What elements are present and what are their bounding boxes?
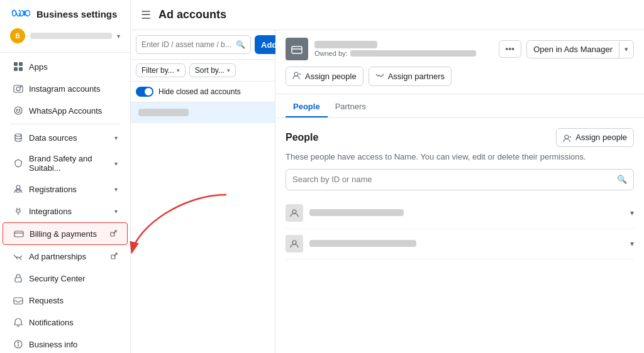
sidebar-item-security-center[interactable]: Security Center [3, 268, 128, 289]
sort-button[interactable]: Sort by... ▾ [189, 63, 236, 77]
sidebar-ad-partnerships-label: Ad partnerships [29, 252, 106, 261]
detail-tabs: People Partners [275, 97, 644, 118]
svg-rect-29 [292, 46, 302, 53]
menu-icon[interactable]: ☰ [141, 8, 151, 22]
list-items [131, 102, 275, 353]
tab-people[interactable]: People [286, 97, 328, 117]
sidebar-brand-safety-label: Brand Safety and Suitabi... [29, 154, 109, 173]
person-expand-icon-2[interactable]: ▾ [630, 239, 634, 248]
svg-point-8 [14, 107, 22, 114]
person-plus-icon-2 [563, 133, 572, 143]
chevron-icon-3: ▾ [114, 186, 118, 193]
page-title: Ad accounts [158, 8, 226, 21]
sidebar-security-label: Security Center [29, 274, 118, 283]
chevron-icon-4: ▾ [114, 208, 118, 215]
sidebar-item-ad-partnerships[interactable]: Ad partnerships [3, 246, 128, 267]
topbar: ☰ Ad accounts [131, 0, 644, 30]
detail-owned: Owned by: [314, 50, 476, 57]
sidebar-apps-label: Apps [29, 62, 118, 72]
open-ads-manager-caret-icon: ▾ [619, 41, 633, 57]
detail-header-top: Owned by: ••• Open in Ads Manager ▾ [286, 38, 634, 60]
detail-name [314, 41, 377, 48]
credit-card-icon [13, 228, 25, 239]
svg-point-9 [16, 109, 18, 111]
person-row-1: ▾ [286, 198, 634, 229]
section-assign-people-button[interactable]: Assign people [556, 128, 634, 147]
detail-info: Owned by: [314, 41, 476, 57]
svg-point-7 [20, 86, 21, 87]
sidebar-whatsapp-label: WhatsApp Accounts [29, 106, 118, 116]
svg-rect-1 [14, 62, 18, 66]
section-description: These people have access to Name. You ca… [286, 152, 634, 161]
people-search-icon: 🔍 [617, 175, 627, 184]
section-header: People Assign people [286, 128, 634, 147]
detail-content: People Assign people These people have a… [275, 118, 644, 353]
sidebar-nav: Apps Instagram accounts WhatsApp Account… [0, 53, 130, 353]
tab-partners[interactable]: Partners [328, 97, 374, 117]
person-name-2 [309, 240, 416, 247]
list-panel: 🔍 Add ▾ Filter by... ▾ Sort by... ▾ [131, 30, 275, 353]
person-badge-icon [13, 183, 24, 195]
svg-point-10 [19, 109, 20, 111]
filter-bar: Filter by... ▾ Sort by... ▾ [131, 60, 275, 82]
list-item[interactable] [131, 102, 275, 123]
sidebar-item-billing[interactable]: Billing & payments [3, 222, 128, 245]
external-link-icon-2 [111, 253, 118, 261]
list-toolbar: 🔍 Add ▾ [131, 30, 275, 60]
sidebar-item-notifications[interactable]: Notifications [3, 312, 128, 333]
open-ads-manager-button[interactable]: Open in Ads Manager ▾ [526, 40, 634, 58]
svg-rect-13 [16, 190, 20, 192]
account-switcher[interactable]: B ▾ [10, 24, 120, 47]
detail-actions: Assign people Assign partners [286, 67, 634, 86]
bell-icon [13, 317, 24, 328]
detail-panel: Owned by: ••• Open in Ads Manager ▾ [275, 30, 644, 353]
sidebar: Business settings B ▾ Apps Instagram acc… [0, 0, 131, 353]
svg-point-38 [292, 241, 296, 244]
filter-button[interactable]: Filter by... ▾ [136, 63, 186, 77]
detail-header: Owned by: ••• Open in Ads Manager ▾ [275, 30, 644, 94]
sidebar-item-apps[interactable]: Apps [3, 56, 128, 77]
assign-partners-button[interactable]: Assign partners [369, 67, 452, 86]
sidebar-item-instagram[interactable]: Instagram accounts [3, 78, 128, 99]
account-avatar: B [10, 28, 25, 43]
sidebar-registrations-label: Registrations [29, 185, 109, 194]
hide-closed-toggle[interactable] [136, 87, 153, 97]
assign-people-button[interactable]: Assign people [286, 67, 364, 86]
lock-icon [13, 273, 24, 284]
search-wrapper: 🔍 [136, 35, 251, 54]
person-avatar-2 [286, 235, 303, 253]
sidebar-item-registrations[interactable]: Registrations ▾ [3, 178, 128, 200]
detail-header-right: ••• Open in Ads Manager ▾ [499, 40, 634, 58]
svg-point-12 [16, 185, 20, 189]
section-title: People [286, 132, 318, 143]
svg-point-34 [565, 135, 569, 139]
person-row-2: ▾ [286, 229, 634, 259]
camera-icon [13, 83, 24, 94]
sidebar-item-integrations[interactable]: Integrations ▾ [3, 200, 128, 222]
sidebar-item-brand-safety[interactable]: Brand Safety and Suitabi... ▾ [3, 149, 128, 178]
info-icon [13, 339, 24, 350]
content-area: 🔍 Add ▾ Filter by... ▾ Sort by... ▾ [131, 30, 644, 353]
external-link-icon [110, 230, 117, 238]
database-icon [13, 132, 24, 143]
chevron-icon: ▾ [114, 134, 118, 141]
business-settings-title: Business settings [36, 9, 117, 19]
search-input[interactable] [142, 40, 236, 49]
person-expand-icon-1[interactable]: ▾ [630, 209, 634, 217]
sidebar-header: Business settings B ▾ [0, 0, 130, 53]
sidebar-item-business-info[interactable]: Business info [3, 334, 128, 353]
assign-people-label: Assign people [305, 72, 357, 81]
sidebar-instagram-label: Instagram accounts [29, 84, 118, 94]
detail-owned-text [350, 50, 476, 57]
svg-rect-3 [14, 67, 18, 71]
handshake-icon [13, 251, 24, 262]
sidebar-data-sources-label: Data sources [29, 133, 109, 143]
sidebar-item-whatsapp[interactable]: WhatsApp Accounts [3, 100, 128, 121]
sidebar-item-requests[interactable]: Requests [3, 290, 128, 311]
sidebar-item-data-sources[interactable]: Data sources ▾ [3, 127, 128, 148]
inbox-icon [13, 295, 24, 306]
people-search-bar: 🔍 [286, 169, 634, 190]
more-button[interactable]: ••• [499, 40, 522, 58]
people-search-input[interactable] [292, 175, 617, 184]
sidebar-business-info-label: Business info [29, 340, 118, 349]
